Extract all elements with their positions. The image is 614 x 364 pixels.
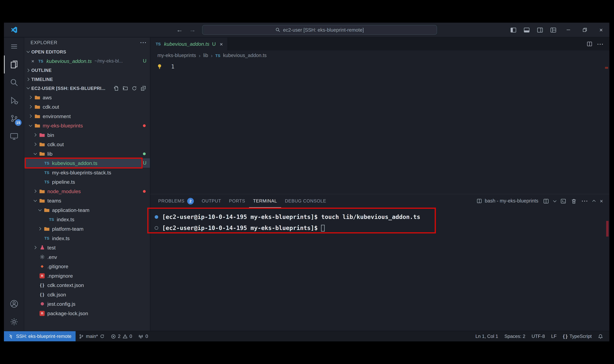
editor-tab-kubevious-addon[interactable]: TS kubevious_addon.ts U × <box>150 38 228 51</box>
customize-layout-icon[interactable] <box>547 23 560 37</box>
menu-icon[interactable] <box>4 38 24 55</box>
tree-item-package-lock.json[interactable]: npackage-lock.json <box>24 309 150 318</box>
broadcast-indicator[interactable]: 0 <box>135 331 151 341</box>
tree-item-pipeline.ts[interactable]: TSpipeline.ts <box>24 177 150 186</box>
editor-content[interactable]: 1 <box>150 61 609 194</box>
open-editor-item[interactable]: × TS kubevious_addon.ts ~/my-eks-bl... U <box>24 56 150 66</box>
chevron-down-icon[interactable] <box>37 205 43 215</box>
tree-item-teams[interactable]: teams <box>24 196 150 205</box>
section-workspace[interactable]: EC2-USER [SSH: EKS-BLUEPRI... <box>24 84 150 93</box>
tree-item-.gitignore[interactable]: .gitignore <box>24 261 150 271</box>
branch-indicator[interactable]: main* <box>76 331 108 341</box>
split-terminal-icon[interactable] <box>543 198 549 204</box>
chevron-right-icon[interactable] <box>28 93 34 102</box>
maximize-panel-icon[interactable] <box>592 200 596 203</box>
tree-item-cdk.json[interactable]: { }cdk.json <box>24 290 150 299</box>
tree-item-lib[interactable]: lib <box>24 149 150 158</box>
chevron-down-icon[interactable] <box>25 83 31 93</box>
close-button[interactable]: × <box>593 23 609 37</box>
settings-gear-icon[interactable] <box>4 313 24 331</box>
eol-sequence[interactable]: LF <box>548 331 560 341</box>
toggle-sidebar-icon[interactable] <box>507 23 520 37</box>
remote-indicator[interactable]: SSH: eks-blueprint-remote <box>4 331 76 341</box>
tab-debug-console[interactable]: DEBUG CONSOLE <box>281 194 330 208</box>
command-success-decoration[interactable] <box>155 215 158 219</box>
chevron-down-icon[interactable] <box>32 149 38 158</box>
section-outline[interactable]: OUTLINE <box>24 66 150 75</box>
notifications-bell-icon[interactable] <box>595 331 606 341</box>
explorer-more-actions-icon[interactable]: ··· <box>140 39 147 46</box>
close-panel-icon[interactable]: × <box>600 198 603 204</box>
refresh-icon[interactable] <box>132 85 137 91</box>
chevron-down-icon[interactable] <box>28 121 34 130</box>
tab-ports[interactable]: PORTS <box>225 194 249 208</box>
tree-item-cdk.out[interactable]: cdk.out <box>24 102 150 111</box>
chevron-right-icon[interactable] <box>37 224 43 234</box>
new-file-icon[interactable] <box>113 85 119 91</box>
sidebar-item-run-debug[interactable] <box>4 91 24 109</box>
chevron-right-icon[interactable] <box>28 111 34 121</box>
section-open-editors[interactable]: OPEN EDITORS <box>24 47 150 56</box>
collapse-all-icon[interactable] <box>140 85 146 91</box>
tree-item-my-eks-blueprints[interactable]: my-eks-blueprints <box>24 121 150 130</box>
split-editor-icon[interactable] <box>586 41 592 47</box>
sidebar-item-search[interactable] <box>4 74 24 91</box>
chevron-down-icon[interactable] <box>32 196 38 205</box>
problems-indicator[interactable]: 2 0 <box>108 331 135 341</box>
new-terminal-icon[interactable] <box>560 198 566 204</box>
chevron-right-icon[interactable] <box>32 130 38 140</box>
tree-item-my-eks-blueprints-stack.ts[interactable]: TSmy-eks-blueprints-stack.ts <box>24 168 150 177</box>
tree-item-node_modules[interactable]: node_modules <box>24 186 150 196</box>
sidebar-item-remote-explorer[interactable] <box>4 128 24 145</box>
chevron-down-icon[interactable] <box>553 199 556 202</box>
tree-item-index.ts[interactable]: TSindex.ts <box>24 215 150 224</box>
accounts-icon[interactable] <box>4 295 24 313</box>
language-mode[interactable]: { } TypeScript <box>560 331 595 341</box>
tree-item-test[interactable]: test <box>24 243 150 252</box>
toggle-panel-icon[interactable] <box>520 23 533 37</box>
close-editor-icon[interactable]: × <box>31 58 34 64</box>
nav-forward-icon[interactable]: → <box>189 26 196 34</box>
tree-item-aws[interactable]: aws <box>24 93 150 102</box>
tree-item-environment[interactable]: environment <box>24 111 150 121</box>
chevron-right-icon[interactable] <box>25 75 31 84</box>
sidebar-item-source-control[interactable]: 15 <box>4 109 24 128</box>
indentation[interactable]: Spaces: 2 <box>501 331 529 341</box>
panel-more-actions-icon[interactable]: ··· <box>582 198 588 204</box>
tree-item-application-team[interactable]: application-team <box>24 205 150 215</box>
tree-item-.npmignore[interactable]: n.npmignore <box>24 271 150 280</box>
command-pending-decoration[interactable] <box>155 226 158 230</box>
tab-problems[interactable]: PROBLEMS 2 <box>154 194 198 208</box>
tab-close-icon[interactable]: × <box>220 41 223 47</box>
tab-output[interactable]: OUTPUT <box>198 194 225 208</box>
tree-item-.env[interactable]: .env <box>24 252 150 261</box>
tree-item-index.ts[interactable]: TSindex.ts <box>24 234 150 243</box>
chevron-right-icon[interactable] <box>28 102 34 111</box>
tree-item-kubevious_addon.ts[interactable]: TSkubevious_addon.tsU <box>24 158 150 168</box>
cursor-position[interactable]: Ln 1, Col 1 <box>472 331 501 341</box>
tree-item-cdk.out[interactable]: cdk.out <box>24 140 150 149</box>
tree-item-bin[interactable]: bin <box>24 130 150 140</box>
chevron-right-icon[interactable] <box>32 140 38 149</box>
command-center-search[interactable]: ec2-user [SSH: eks-blueprint-remote] <box>202 25 437 35</box>
editor-more-actions-icon[interactable]: ··· <box>597 41 604 47</box>
restore-button[interactable] <box>576 23 593 37</box>
breadcrumb[interactable]: my-eks-blueprints › lib › TS kubevious_a… <box>150 51 609 61</box>
terminal-scrollbar-decoration[interactable] <box>606 221 609 236</box>
tree-item-jest.config.js[interactable]: jest.config.js <box>24 299 150 309</box>
chevron-down-icon[interactable] <box>25 47 31 56</box>
tree-item-cdk.context.json[interactable]: { }cdk.context.json <box>24 280 150 290</box>
tab-terminal[interactable]: TERMINAL <box>249 194 281 208</box>
new-folder-icon[interactable] <box>123 85 128 91</box>
sidebar-item-explorer[interactable] <box>4 55 24 74</box>
minimize-button[interactable] <box>560 23 576 37</box>
chevron-right-icon[interactable] <box>32 186 38 196</box>
section-timeline[interactable]: TIMELINE <box>24 75 150 84</box>
nav-back-icon[interactable]: ← <box>176 26 183 34</box>
terminal-profile-select[interactable]: bash - my-eks-blueprints <box>476 198 538 204</box>
lightbulb-icon[interactable] <box>157 64 163 70</box>
chevron-right-icon[interactable] <box>25 65 31 75</box>
kill-terminal-trash-icon[interactable] <box>571 198 577 204</box>
encoding[interactable]: UTF-8 <box>529 331 548 341</box>
terminal[interactable]: [ec2-user@ip-10-0-14-195 my-eks-blueprin… <box>150 208 609 331</box>
